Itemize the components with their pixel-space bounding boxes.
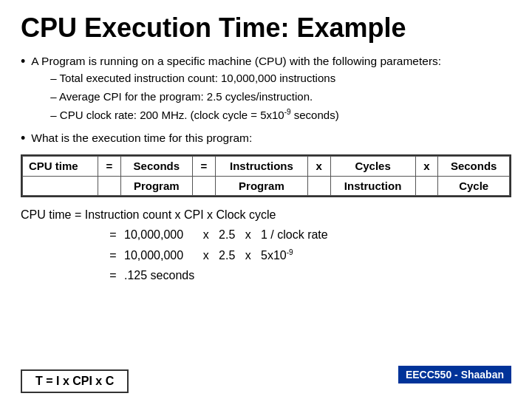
cell-eq1: = [98,157,120,177]
cell-program-1: Program [120,176,192,196]
cell-empty3 [192,176,215,196]
brand-sub: #7 Lec #3 Winter 2005 12-6-2005 [398,385,511,393]
calc-val-2: 10,000,000 x 2.5 x 1 / clock rate [124,225,328,245]
cell-seconds-cycle-top: Seconds [438,157,510,177]
cell-empty4 [307,176,330,196]
cell-instructions-top: Instructions [215,157,307,177]
cell-program-2: Program [215,176,307,196]
cell-empty [23,176,98,196]
cell-empty5 [415,176,438,196]
calc-line-2: = 10,000,000 x 2.5 x 1 / clock rate [21,225,511,245]
t-formula-text: T = I x CPI x C [35,375,114,387]
bullet-1: • A Program is running on a specific mac… [21,53,511,126]
cell-x2: x [415,157,438,177]
bullet-2-main-text: What is the execution time for this prog… [31,132,252,144]
calc-line-1-text: CPU time = Instruction count x CPI x Clo… [21,205,276,225]
slide: CPU Execution Time: Example • A Program … [0,0,532,399]
sub-bullet-1-1: Total executed instruction count: 10,000… [50,70,441,87]
bullet-text-1: A Program is running on a specific machi… [31,53,441,126]
calc-val-4: .125 seconds [124,265,194,285]
brand-container: EECC550 - Shaaban #7 Lec #3 Winter 2005 … [398,366,511,393]
cell-cputime-label: CPU time [23,157,98,177]
cell-empty2 [98,176,120,196]
calc-line-3: = 10,000,000 x 2.5 x 5x10-9 [21,245,511,265]
calc-line-4: = .125 seconds [21,265,511,285]
bullets-section: • A Program is running on a specific mac… [21,53,511,148]
calc-eq-3: = [106,245,120,265]
calc-line-1: CPU time = Instruction count x CPI x Clo… [21,205,511,225]
calc-eq-2: = [106,225,120,245]
calc-val-3: 10,000,000 x 2.5 x 5x10-9 [124,245,293,265]
t-formula-box: T = I x CPI x C [21,369,129,393]
bullet-dot-2: • [21,130,25,147]
table-row-1: CPU time = Seconds = Instructions x Cycl… [23,157,510,177]
sub-bullet-1-2: Average CPI for the program: 2.5 cycles/… [50,89,441,106]
slide-title: CPU Execution Time: Example [21,13,511,43]
cpu-table: CPU time = Seconds = Instructions x Cycl… [22,156,510,196]
brand-text: EECC550 - Shaaban [406,369,504,381]
sub-bullet-1-3: CPU clock rate: 200 MHz. (clock cycle = … [50,106,441,124]
bullet-1-main-text: A Program is running on a specific machi… [31,55,441,67]
bullet-dot-1: • [21,53,25,70]
cell-eq2: = [192,157,215,177]
cell-seconds-program-top: Seconds [120,157,192,177]
bullet-text-2: What is the execution time for this prog… [31,130,252,146]
cell-x1: x [307,157,330,177]
cell-cycle: Cycle [438,176,510,196]
table-row-2: Program Program Instruction Cycle [23,176,510,196]
bottom-row: T = I x CPI x C EECC550 - Shaaban #7 Lec… [21,366,511,393]
brand-box: EECC550 - Shaaban [398,366,511,383]
bullet-2: • What is the execution time for this pr… [21,130,511,147]
cell-cycles-top: Cycles [330,157,415,177]
cpu-table-container: CPU time = Seconds = Instructions x Cycl… [21,154,511,197]
cell-instruction: Instruction [330,176,415,196]
calc-section: CPU time = Instruction count x CPI x Clo… [21,205,511,285]
sub-bullets-1: Total executed instruction count: 10,000… [50,70,441,124]
calc-eq-4: = [106,265,120,285]
